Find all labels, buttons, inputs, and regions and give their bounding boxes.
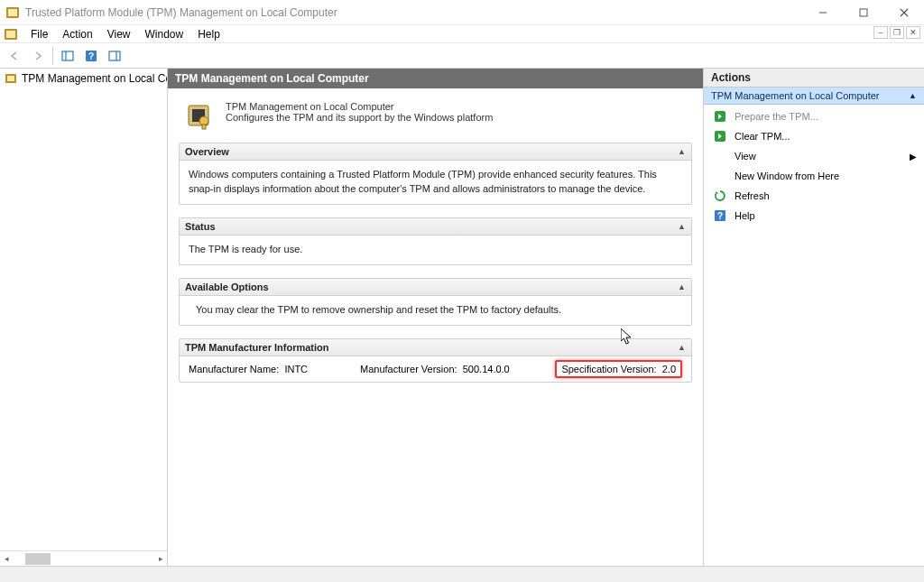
panel-overview: Overview ▲ Windows computers containing … bbox=[179, 143, 692, 205]
scrollbar-thumb[interactable] bbox=[25, 553, 51, 565]
svg-rect-12 bbox=[109, 51, 120, 60]
collapse-icon: ▲ bbox=[678, 222, 686, 231]
maximize-button[interactable] bbox=[843, 0, 883, 25]
svg-rect-7 bbox=[6, 31, 15, 38]
svg-rect-3 bbox=[860, 9, 867, 16]
action-label: Prepare the TPM... bbox=[735, 111, 818, 122]
collapse-icon: ▲ bbox=[678, 147, 686, 156]
arrow-right-green-icon bbox=[713, 109, 727, 124]
manufacturer-name-value: INTC bbox=[284, 364, 308, 374]
menu-view[interactable]: View bbox=[100, 26, 138, 42]
intro-row: TPM Management on Local Computer Configu… bbox=[179, 97, 692, 143]
panel-manufacturer-header[interactable]: TPM Manufacturer Information ▲ bbox=[180, 339, 691, 356]
intro-title: TPM Management on Local Computer bbox=[226, 101, 493, 112]
collapse-icon: ▲ bbox=[678, 343, 686, 352]
intro-text: TPM Management on Local Computer Configu… bbox=[226, 101, 493, 123]
manufacturer-name-label: Manufacturer Name: bbox=[189, 364, 279, 374]
tpm-chip-key-icon bbox=[184, 101, 213, 130]
mdi-minimize-button[interactable]: – bbox=[873, 26, 888, 39]
tree-content: TPM Management on Local Comp bbox=[0, 69, 167, 550]
window-titlebar: Trusted Platform Module (TPM) Management… bbox=[0, 0, 924, 25]
actions-group-title-text: TPM Management on Local Computer bbox=[711, 90, 879, 101]
action-clear-tpm[interactable]: Clear TPM... bbox=[704, 126, 924, 146]
action-label: View bbox=[735, 151, 756, 162]
collapse-up-icon: ▲ bbox=[909, 91, 917, 100]
panel-options-body: You may clear the TPM to remove ownershi… bbox=[180, 296, 691, 325]
show-hide-action-pane-button[interactable] bbox=[104, 46, 125, 66]
help-button[interactable]: ? bbox=[80, 46, 102, 66]
panel-status-title: Status bbox=[185, 221, 216, 232]
statusbar bbox=[0, 566, 924, 582]
content-pane: TPM Management on Local Computer TPM Man… bbox=[168, 69, 704, 566]
content-header: TPM Management on Local Computer bbox=[168, 69, 703, 88]
panel-status-body: The TPM is ready for use. bbox=[180, 236, 691, 264]
mdi-restore-button[interactable]: ❐ bbox=[890, 26, 904, 39]
tpm-node-icon bbox=[4, 71, 18, 86]
action-new-window[interactable]: New Window from Here bbox=[704, 166, 924, 186]
tree-horizontal-scrollbar[interactable]: ◂ ▸ bbox=[0, 550, 167, 566]
manufacturer-version-value: 500.14.0.0 bbox=[463, 364, 510, 374]
action-label: Refresh bbox=[735, 190, 770, 201]
spec-highlight-box: Specification Version: 2.0 bbox=[555, 360, 682, 378]
panel-overview-title: Overview bbox=[185, 146, 229, 157]
manufacturer-version: Manufacturer Version: 500.14.0.0 bbox=[360, 364, 510, 374]
menu-file[interactable]: File bbox=[23, 26, 55, 42]
specification-version: Specification Version: 2.0 bbox=[555, 364, 682, 374]
app-icon bbox=[5, 5, 20, 20]
tree-node-tpm[interactable]: TPM Management on Local Comp bbox=[0, 70, 167, 87]
specification-version-value: 2.0 bbox=[662, 364, 676, 374]
panel-status: Status ▲ The TPM is ready for use. bbox=[179, 217, 692, 265]
svg-rect-8 bbox=[62, 51, 73, 60]
action-refresh[interactable]: Refresh bbox=[704, 186, 924, 206]
blank-icon bbox=[713, 149, 727, 163]
window-title: Trusted Platform Module (TPM) Management… bbox=[25, 6, 802, 19]
toolbar-separator bbox=[52, 47, 53, 65]
mdi-app-icon bbox=[4, 27, 18, 42]
action-label: Clear TPM... bbox=[735, 131, 790, 142]
action-label: New Window from Here bbox=[735, 171, 839, 181]
menu-window[interactable]: Window bbox=[138, 26, 191, 42]
svg-rect-1 bbox=[8, 9, 17, 16]
actions-header: Actions bbox=[704, 69, 924, 88]
show-hide-tree-button[interactable] bbox=[57, 46, 79, 66]
refresh-icon bbox=[713, 189, 727, 203]
panel-overview-header[interactable]: Overview ▲ bbox=[180, 143, 691, 161]
help-icon: ? bbox=[713, 208, 727, 223]
tree-pane: TPM Management on Local Comp ◂ ▸ bbox=[0, 69, 168, 566]
svg-text:?: ? bbox=[88, 51, 94, 60]
submenu-arrow-icon: ▶ bbox=[910, 152, 917, 162]
menu-action[interactable]: Action bbox=[55, 26, 99, 42]
toolbar: ? bbox=[0, 43, 924, 69]
svg-rect-19 bbox=[202, 125, 206, 129]
content-body: TPM Management on Local Computer Configu… bbox=[168, 88, 703, 566]
scroll-left-arrow[interactable]: ◂ bbox=[0, 553, 13, 565]
panel-manufacturer: TPM Manufacturer Information ▲ Manufactu… bbox=[179, 338, 692, 383]
workspace: TPM Management on Local Comp ◂ ▸ TPM Man… bbox=[0, 69, 924, 566]
panel-status-header[interactable]: Status ▲ bbox=[180, 218, 691, 236]
menu-help[interactable]: Help bbox=[190, 26, 227, 42]
arrow-right-green-icon bbox=[713, 129, 727, 143]
close-button[interactable] bbox=[883, 0, 924, 25]
mdi-window-controls: – ❐ ✕ bbox=[873, 26, 920, 39]
intro-description: Configures the TPM and its support by th… bbox=[226, 112, 493, 123]
svg-rect-15 bbox=[7, 76, 14, 81]
panel-manufacturer-title: TPM Manufacturer Information bbox=[185, 342, 329, 353]
manufacturer-row: Manufacturer Name: INTC Manufacturer Ver… bbox=[180, 356, 691, 382]
forward-button bbox=[27, 46, 49, 66]
panel-options-header[interactable]: Available Options ▲ bbox=[180, 279, 691, 296]
minimize-button[interactable] bbox=[802, 0, 843, 25]
actions-group-title[interactable]: TPM Management on Local Computer ▲ bbox=[704, 88, 924, 105]
panel-options: Available Options ▲ You may clear the TP… bbox=[179, 278, 692, 326]
menubar: File Action View Window Help – ❐ ✕ bbox=[0, 25, 924, 43]
action-view[interactable]: View ▶ bbox=[704, 146, 924, 166]
panel-options-title: Available Options bbox=[185, 282, 269, 292]
manufacturer-name: Manufacturer Name: INTC bbox=[189, 364, 308, 374]
specification-version-label: Specification Version: bbox=[561, 364, 656, 374]
actions-pane: Actions TPM Management on Local Computer… bbox=[704, 69, 924, 566]
actions-list: Prepare the TPM... Clear TPM... View ▶ N… bbox=[704, 105, 924, 227]
blank-icon bbox=[713, 169, 727, 183]
manufacturer-version-label: Manufacturer Version: bbox=[360, 364, 457, 374]
mdi-close-button[interactable]: ✕ bbox=[906, 26, 920, 39]
scroll-right-arrow[interactable]: ▸ bbox=[154, 553, 167, 565]
action-help[interactable]: ? Help bbox=[704, 206, 924, 226]
